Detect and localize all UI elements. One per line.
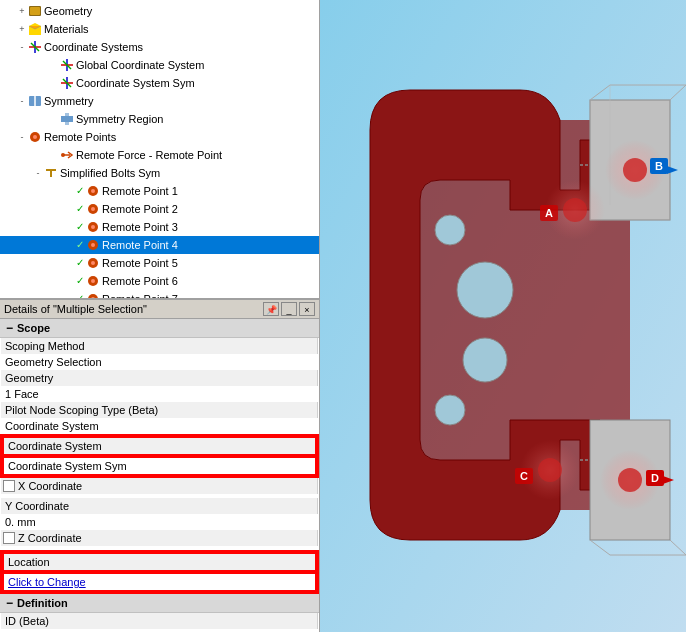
z-coord-value — [1, 546, 318, 550]
tree-item-symmetry[interactable]: - Symmetry — [0, 92, 319, 110]
global-coord-label: Global Coordinate System — [76, 57, 204, 73]
coord-system-value[interactable]: Coordinate System Sym — [2, 456, 317, 476]
tree-item-coord-systems[interactable]: - Coordinate Systems — [0, 38, 319, 56]
check-rp3: ✓ — [76, 219, 84, 235]
x-coord-label: X Coordinate — [1, 478, 318, 494]
rp4-label: Remote Point 4 — [102, 237, 178, 253]
coord-system-label: Coordinate System — [2, 436, 317, 456]
scope-section: − Scope Scoping Method Geometry Selectio… — [0, 319, 319, 594]
prop-z-coord: Z Coordinate — [1, 530, 318, 551]
svg-text:D: D — [651, 472, 659, 484]
prop-location: Location Click to Change — [1, 551, 318, 593]
scoping-method-label: Scoping Method — [1, 338, 318, 354]
svg-point-19 — [91, 189, 95, 193]
check-rp1: ✓ — [76, 183, 84, 199]
geometry-label: Geometry — [44, 3, 92, 19]
svg-point-17 — [61, 153, 65, 157]
prop-id: ID (Beta) — [1, 613, 318, 632]
tree-item-rp3[interactable]: ✓ Remote Point 3 — [0, 218, 319, 236]
materials-label: Materials — [44, 21, 89, 37]
prop-geometry: Geometry 1 Face — [1, 370, 318, 402]
svg-text:A: A — [545, 207, 553, 219]
close-icon[interactable]: × — [299, 302, 315, 316]
prop-scoping-method: Scoping Method Geometry Selection — [1, 338, 318, 370]
simplified-bolts-label: Simplified Bolts Sym — [60, 165, 160, 181]
prop-y-coord: Y Coordinate 0. mm — [1, 498, 318, 530]
pilot-node-value: Coordinate System — [1, 418, 318, 434]
svg-point-25 — [91, 243, 95, 247]
tree-item-remote-force[interactable]: Remote Force - Remote Point — [0, 146, 319, 164]
expand-bolts[interactable]: - — [32, 167, 44, 179]
pin-icon[interactable]: 📌 — [263, 302, 279, 316]
expand-symmetry[interactable]: - — [16, 95, 28, 107]
tree-item-coord-sym[interactable]: Coordinate System Sym — [0, 74, 319, 92]
details-titlebar: Details of "Multiple Selection" 📌 _ × — [0, 300, 319, 319]
tree-item-simplified-bolts[interactable]: - Simplified Bolts Sym — [0, 164, 319, 182]
definition-label: Definition — [17, 597, 68, 609]
check-rp2: ✓ — [76, 201, 84, 217]
svg-point-23 — [91, 225, 95, 229]
svg-point-39 — [463, 338, 507, 382]
location-label: Location — [2, 552, 317, 572]
svg-point-16 — [33, 135, 37, 139]
rp6-label: Remote Point 6 — [102, 273, 178, 289]
expand-geometry[interactable]: + — [16, 5, 28, 17]
svg-point-60 — [538, 458, 562, 482]
left-panel: + Geometry + Materials - Coordinate Syst… — [0, 0, 320, 632]
tree-item-remote-points[interactable]: - Remote Points — [0, 128, 319, 146]
coord-systems-label: Coordinate Systems — [44, 39, 143, 55]
prop-x-coord: X Coordinate — [1, 477, 318, 498]
expand-remote-points[interactable]: - — [16, 131, 28, 143]
z-coord-label: Z Coordinate — [1, 530, 318, 546]
svg-point-62 — [618, 468, 642, 492]
tree-item-rp5[interactable]: ✓ Remote Point 5 — [0, 254, 319, 272]
symmetry-label: Symmetry — [44, 93, 94, 109]
sym-region-label: Symmetry Region — [76, 111, 163, 127]
pilot-node-label: Pilot Node Scoping Type (Beta) — [1, 402, 318, 418]
prop-pilot-node: Pilot Node Scoping Type (Beta) Coordinat… — [1, 402, 318, 435]
expand-coord[interactable]: - — [16, 41, 28, 53]
scope-label: Scope — [17, 322, 50, 334]
svg-point-27 — [91, 261, 95, 265]
svg-point-55 — [623, 158, 647, 182]
definition-collapse[interactable]: − — [6, 596, 13, 610]
svg-point-40 — [435, 215, 465, 245]
tree-item-rp2[interactable]: ✓ Remote Point 2 — [0, 200, 319, 218]
tree-view: + Geometry + Materials - Coordinate Syst… — [0, 0, 319, 300]
rp1-label: Remote Point 1 — [102, 183, 178, 199]
expand-materials[interactable]: + — [16, 23, 28, 35]
expand-global-coord — [48, 59, 60, 71]
coord-sym-label: Coordinate System Sym — [76, 75, 195, 91]
tree-item-geometry[interactable]: + Geometry — [0, 2, 319, 20]
check-rp5: ✓ — [76, 255, 84, 271]
svg-point-29 — [91, 279, 95, 283]
scope-table: Scoping Method Geometry Selection Geomet… — [0, 338, 319, 594]
svg-rect-14 — [65, 113, 69, 125]
y-coord-label: Y Coordinate — [1, 498, 318, 514]
z-coord-checkbox[interactable] — [3, 532, 15, 544]
definition-table: ID (Beta) Suppressed No Behavior Rigid F… — [0, 613, 319, 632]
svg-point-21 — [91, 207, 95, 211]
scope-collapse[interactable]: − — [6, 321, 13, 335]
svg-rect-1 — [30, 7, 40, 15]
x-coord-checkbox[interactable] — [3, 480, 15, 492]
scoping-method-value: Geometry Selection — [1, 354, 318, 370]
check-rp7: ✓ — [76, 291, 84, 300]
svg-text:C: C — [520, 470, 528, 482]
tree-item-rp1[interactable]: ✓ Remote Point 1 — [0, 182, 319, 200]
location-value[interactable]: Click to Change — [2, 572, 317, 592]
right-panel: A Remote Point 1 B Remote Point 2 C Remo… — [320, 0, 686, 632]
tree-item-rp7[interactable]: ✓ Remote Point 7 — [0, 290, 319, 300]
3d-scene: B D A C — [320, 0, 686, 632]
tree-item-rp4[interactable]: ✓ Remote Point 4 — [0, 236, 319, 254]
tree-item-sym-region[interactable]: Symmetry Region — [0, 110, 319, 128]
definition-header: − Definition — [0, 594, 319, 613]
tree-item-global-coord[interactable]: Global Coordinate System — [0, 56, 319, 74]
minimize-icon[interactable]: _ — [281, 302, 297, 316]
details-panel: Details of "Multiple Selection" 📌 _ × − … — [0, 300, 319, 632]
tree-item-rp6[interactable]: ✓ Remote Point 6 — [0, 272, 319, 290]
rp3-label: Remote Point 3 — [102, 219, 178, 235]
tree-item-materials[interactable]: + Materials — [0, 20, 319, 38]
svg-text:B: B — [655, 160, 663, 172]
definition-section: − Definition ID (Beta) Suppressed No Beh… — [0, 594, 319, 632]
